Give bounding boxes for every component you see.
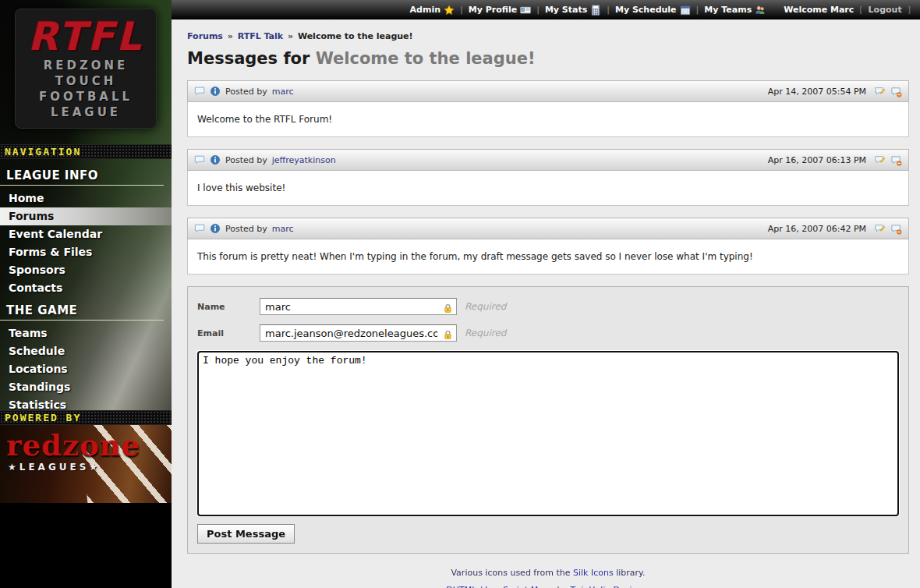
author-link[interactable]: marc [272, 87, 294, 97]
navigation-header: NAVIGATION [0, 144, 172, 159]
sidebar-item-sponsors[interactable]: Sponsors [0, 261, 172, 279]
sidebar-filler [0, 503, 172, 588]
sidebar-item-contacts[interactable]: Contacts [0, 279, 172, 297]
sidebar-item-teams[interactable]: Teams [0, 324, 172, 342]
sidebar-item-standings[interactable]: Standings [0, 378, 172, 396]
silk-icons-link[interactable]: Silk Icons [573, 568, 614, 578]
email-label: Email [197, 328, 260, 338]
breadcrumb-separator: » [226, 31, 235, 41]
vcard-icon [520, 5, 531, 16]
delete-message-icon[interactable] [890, 154, 902, 166]
logout-bracket: [ [859, 5, 862, 15]
message-header: Posted by marc Apr 16, 2007 06:42 PM [187, 218, 909, 239]
league-logo-box: RTFL REDZONE TOUCH FOOTBALL LEAGUE [15, 9, 157, 129]
message-header: Posted by jeffreyatkinson Apr 16, 2007 0… [187, 149, 909, 171]
footer-icons-credit: Various icons used from the Silk Icons l… [187, 568, 909, 578]
footer-text: by [557, 585, 568, 588]
author-link[interactable]: jeffreyatkinson [272, 155, 336, 165]
info-icon[interactable] [210, 223, 221, 234]
message-post: Posted by marc Apr 16, 2007 06:42 PM Thi… [187, 218, 909, 275]
name-input[interactable] [260, 298, 457, 315]
message-textarea[interactable]: I hope you enjoy the forum! [197, 351, 899, 516]
dhtml-menu-link[interactable]: DHTML / JavaScript Menu [446, 585, 554, 588]
page-title-prefix: Messages for [187, 49, 310, 68]
calendar-icon [680, 5, 691, 16]
twinhelix-link[interactable]: TwinHelix Designs [570, 585, 647, 588]
message-body: Welcome to the RTFL Forum! [187, 102, 909, 137]
topbar-admin-label: Admin [410, 5, 441, 15]
powered-by-header: POWERED BY [0, 410, 172, 425]
sidebar-item-forms-files[interactable]: Forms & Files [0, 243, 172, 261]
breadcrumb-rtfl-talk-link[interactable]: RTFL Talk [238, 31, 283, 41]
posted-by-label: Posted by [225, 155, 267, 165]
footer-text: . [647, 585, 650, 588]
topbar-my-stats-label: My Stats [545, 5, 587, 15]
topbar-admin[interactable]: Admin [410, 5, 455, 16]
post-message-form: Name Required Email Required I hope you [187, 286, 909, 554]
email-row: Email Required [197, 324, 899, 342]
required-label: Required [465, 301, 506, 312]
message-header: Posted by marc Apr 14, 2007 05:54 PM [187, 80, 909, 102]
page-footer: Various icons used from the Silk Icons l… [187, 554, 909, 588]
edit-message-icon[interactable] [874, 223, 886, 234]
topbar-separator: | [536, 5, 540, 15]
footer-menu-credit: DHTML / JavaScript Menu by TwinHelix Des… [187, 585, 909, 588]
league-logo-line: REDZONE [16, 58, 156, 73]
email-input-wrap [260, 324, 457, 342]
breadcrumb-separator: » [286, 31, 295, 41]
sidebar-item-schedule[interactable]: Schedule [0, 342, 172, 360]
redzone-logo-text: redzone [6, 431, 172, 460]
league-logo-text: REDZONE TOUCH FOOTBALL LEAGUE [16, 58, 156, 120]
breadcrumb: Forums » RTFL Talk » Welcome to the leag… [187, 31, 909, 41]
sidebar-item-home[interactable]: Home [0, 190, 172, 207]
topbar-my-schedule[interactable]: My Schedule [615, 5, 691, 16]
league-logo-acronym: RTFL [16, 16, 156, 58]
sidebar-menu: LEAGUE INFO Home Forums Event Calendar F… [0, 159, 172, 410]
topbar-my-stats[interactable]: My Stats [545, 5, 601, 16]
topbar-separator: | [460, 5, 463, 15]
breadcrumb-forums-link[interactable]: Forums [187, 31, 223, 41]
delete-message-icon[interactable] [890, 223, 902, 235]
logout-button[interactable]: Logout [869, 5, 902, 15]
welcome-user-text: Welcome Marc [784, 5, 854, 15]
message-post: Posted by jeffreyatkinson Apr 16, 2007 0… [187, 149, 909, 206]
topbar-separator: | [607, 5, 610, 15]
posted-by-label: Posted by [225, 224, 267, 234]
email-input[interactable] [260, 324, 457, 342]
footer-text: library. [616, 568, 645, 578]
author-link[interactable]: marc [272, 224, 294, 234]
footer-text: Various icons used from the [451, 568, 570, 578]
league-logo-line: FOOTBALL [16, 89, 156, 104]
topbar-separator: | [696, 5, 699, 15]
menu-section-the-game: THE GAME [0, 297, 164, 321]
topbar-my-schedule-label: My Schedule [615, 5, 677, 15]
message-post: Posted by marc Apr 14, 2007 05:54 PM Wel… [187, 80, 909, 137]
message-timestamp: Apr 14, 2007 05:54 PM [768, 87, 866, 97]
app-window: RTFL REDZONE TOUCH FOOTBALL LEAGUE NAVIG… [0, 0, 920, 588]
redzone-logo-subtext: ★LEAGUES★ [8, 462, 172, 473]
topbar-my-teams-label: My Teams [704, 5, 752, 15]
topbar-my-profile[interactable]: My Profile [469, 5, 531, 16]
redzone-leagues-logo: redzone ★LEAGUES★ [0, 425, 172, 503]
delete-message-icon[interactable] [890, 86, 902, 97]
required-label: Required [465, 328, 506, 338]
post-message-button[interactable]: Post Message [197, 524, 295, 544]
comment-icon [194, 86, 205, 97]
content-area: Forums » RTFL Talk » Welcome to the leag… [172, 19, 920, 588]
sidebar-item-forums[interactable]: Forums [0, 207, 172, 225]
topbar-my-profile-label: My Profile [469, 5, 517, 15]
info-icon[interactable] [210, 154, 221, 165]
star-icon [444, 5, 455, 16]
edit-message-icon[interactable] [874, 154, 886, 165]
league-logo: RTFL REDZONE TOUCH FOOTBALL LEAGUE [0, 0, 172, 144]
league-logo-line: TOUCH [16, 73, 156, 89]
sidebar-item-locations[interactable]: Locations [0, 360, 172, 378]
calculator-icon [590, 5, 601, 16]
edit-message-icon[interactable] [874, 86, 886, 97]
message-timestamp: Apr 16, 2007 06:13 PM [768, 155, 866, 165]
sidebar-item-event-calendar[interactable]: Event Calendar [0, 225, 172, 243]
name-input-wrap [260, 298, 457, 315]
info-icon[interactable] [210, 86, 221, 97]
page-title-topic: Welcome to the league! [316, 49, 536, 68]
topbar-my-teams[interactable]: My Teams [704, 5, 766, 16]
